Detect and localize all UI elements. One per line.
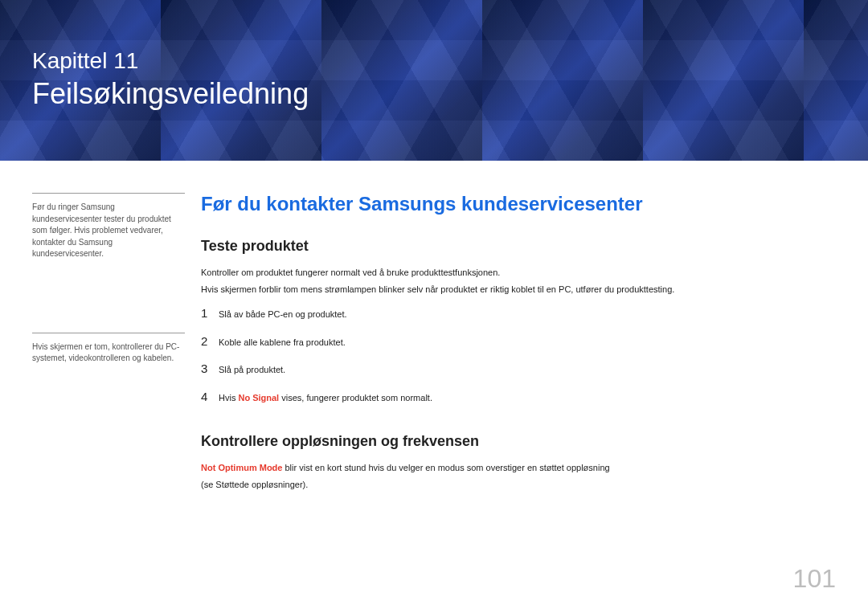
no-signal-label: No Signal bbox=[238, 393, 279, 403]
step-1: 1 Slå av både PC-en og produktet. bbox=[201, 306, 836, 321]
side-note-2: Hvis skjermen er tom, kontrollerer du PC… bbox=[32, 333, 185, 365]
step-text: Koble alle kablene fra produktet. bbox=[219, 336, 346, 349]
test-product-p1: Kontroller om produktet fungerer normalt… bbox=[201, 266, 836, 280]
step-text: Slå av både PC-en og produktet. bbox=[219, 308, 347, 321]
page-number: 101 bbox=[793, 564, 836, 594]
section-title: Før du kontakter Samsungs kundeservicese… bbox=[201, 193, 836, 215]
step-3: 3 Slå på produktet. bbox=[201, 362, 836, 377]
step-number: 1 bbox=[201, 306, 219, 320]
chapter-label: Kapittel 11 bbox=[32, 48, 836, 74]
test-product-heading: Teste produktet bbox=[201, 238, 836, 255]
chapter-title: Feilsøkingsveiledning bbox=[32, 77, 836, 111]
step-text: Hvis No Signal vises, fungerer produktet… bbox=[219, 391, 432, 405]
step-number: 3 bbox=[201, 362, 219, 375]
step4-prefix: Hvis bbox=[219, 393, 238, 403]
resolution-p1: Not Optimum Mode blir vist en kort stund… bbox=[201, 461, 836, 475]
not-optimum-mode-label: Not Optimum Mode bbox=[201, 463, 282, 472]
step-number: 4 bbox=[201, 390, 219, 403]
step4-suffix: vises, fungerer produktet som normalt. bbox=[279, 393, 432, 403]
step-2: 2 Koble alle kablene fra produktet. bbox=[201, 334, 836, 349]
step-text: Slå på produktet. bbox=[219, 363, 285, 377]
side-note-1: Før du ringer Samsung kundeservicesenter… bbox=[32, 193, 185, 260]
resolution-rest: blir vist en kort stund hvis du velger e… bbox=[282, 463, 609, 472]
resolution-heading: Kontrollere oppløsningen og frekvensen bbox=[201, 433, 836, 450]
sidebar: Før du ringer Samsung kundeservicesenter… bbox=[32, 193, 201, 495]
resolution-p2: (se Støttede oppløsninger). bbox=[201, 478, 836, 492]
chapter-header: Kapittel 11 Feilsøkingsveiledning bbox=[0, 0, 868, 161]
content-area: Før du ringer Samsung kundeservicesenter… bbox=[0, 161, 868, 495]
main-content: Før du kontakter Samsungs kundeservicese… bbox=[201, 193, 836, 495]
steps-list: 1 Slå av både PC-en og produktet. 2 Kobl… bbox=[201, 306, 836, 404]
test-product-p2: Hvis skjermen forblir tom mens strømlamp… bbox=[201, 283, 836, 296]
step-4: 4 Hvis No Signal vises, fungerer produkt… bbox=[201, 390, 836, 405]
step-number: 2 bbox=[201, 334, 219, 348]
